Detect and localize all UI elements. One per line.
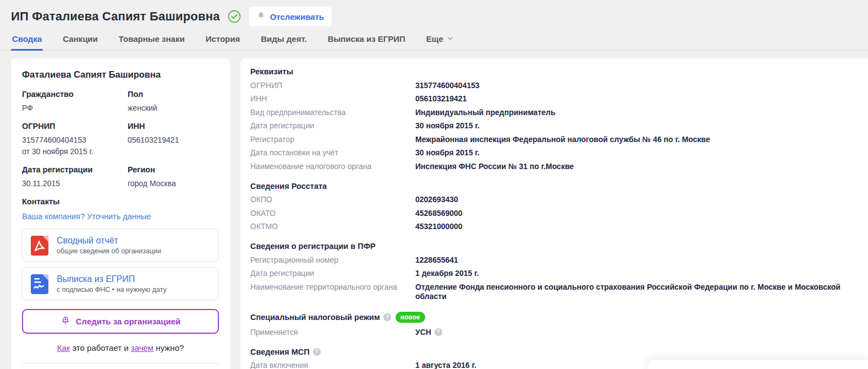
egrip-extract-card[interactable]: Выписка из ЕГРИП с подписью ФНС • на нуж…	[22, 267, 219, 300]
section-title-text: Сведения Росстата	[250, 182, 327, 191]
row-value: Инспекция ФНС России № 31 по г.Москве	[415, 162, 574, 172]
ogrnip-number: 315774600404153	[22, 134, 128, 145]
page: ИП Фаталиева Сапият Башировна Отслеживат…	[0, 0, 868, 369]
content-area: Фаталиева Сапият Башировна Гражданство Р…	[0, 51, 868, 369]
row-label: ОКПО	[250, 195, 415, 205]
report-text: Сводный отчёт общие сведения об организа…	[57, 236, 161, 255]
person-name: Фаталиева Сапият Башировна	[22, 69, 219, 80]
tab-bar: Сводка Санкции Товарные знаки История Ви…	[0, 30, 868, 51]
row-label: Наименование налогового органа	[250, 162, 415, 172]
why-link[interactable]: зачем	[131, 343, 153, 352]
detail-row: ОКТМО45321000000	[250, 220, 857, 234]
field-value: 315774600404153 от 30 ноября 2015 г.	[22, 134, 128, 157]
field-row: Гражданство РФ Пол женский	[22, 90, 219, 113]
verified-check-icon	[228, 10, 241, 23]
update-company-data-link[interactable]: Ваша компания? Уточнить данные	[22, 212, 151, 221]
detail-row: Наименование налогового органаИнспекция …	[250, 160, 857, 173]
tab-label: Виды деят.	[261, 34, 306, 44]
row-label: ОГРНИП	[250, 81, 415, 91]
detail-row: РегистраторМежрайонная инспекция Федерал…	[250, 133, 857, 146]
row-label: ОКТМО	[250, 222, 415, 232]
detail-row: Дата постановки на учёт30 ноября 2015 г.	[250, 146, 857, 160]
help-icon[interactable]: ?	[313, 348, 321, 356]
detail-row: ОГРНИП315774600404153	[250, 79, 857, 93]
tab-vypiska-egrip[interactable]: Выписка из ЕГРИП	[327, 30, 406, 50]
tab-more[interactable]: Еще	[425, 30, 455, 50]
profile-card: Фаталиева Сапият Башировна Гражданство Р…	[11, 58, 230, 369]
row-value: 1 августа 2016 г.	[415, 361, 476, 369]
field-ogrnip: ОГРНИП 315774600404153 от 30 ноября 2015…	[22, 122, 128, 157]
ogrnip-date: от 30 ноября 2015 г.	[22, 146, 128, 157]
row-label: ИНН	[250, 94, 415, 104]
field-reg-date: Дата регистрации 30.11.2015	[22, 165, 128, 189]
field-label: Пол	[128, 90, 219, 99]
report-text: Выписка из ЕГРИП с подписью ФНС • на нуж…	[57, 274, 167, 294]
section-title: Специальный налоговый режим ? новое	[250, 312, 857, 323]
egrip-doc-icon	[30, 273, 49, 295]
follow-button[interactable]: Отслеживать	[249, 7, 332, 26]
how-link[interactable]: Как	[57, 343, 70, 352]
row-value: 45268569000	[415, 209, 463, 219]
page-title: ИП Фаталиева Сапият Башировна	[11, 9, 220, 24]
tab-sankcii[interactable]: Санкции	[62, 30, 99, 50]
row-label: Регистратор	[250, 135, 415, 145]
field-label: Дата регистрации	[22, 165, 128, 174]
bell-icon	[256, 11, 266, 22]
row-value: 1228655641	[415, 256, 458, 265]
section-title: Реквизиты	[250, 67, 857, 76]
row-label: Дата регистрации	[250, 269, 415, 279]
row-label: ОКАТО	[250, 209, 415, 219]
tab-label: Еще	[426, 34, 443, 44]
field-value: 30.11.2015	[22, 178, 128, 189]
section-rekvizity: Реквизиты ОГРНИП315774600404153 ИНН05610…	[250, 67, 857, 173]
tab-istoriya[interactable]: История	[205, 30, 241, 50]
row-value: Индивидуальный предприниматель	[415, 108, 556, 118]
report-title[interactable]: Выписка из ЕГРИП	[57, 274, 167, 284]
help-icon[interactable]: ?	[383, 313, 391, 321]
tab-label: Товарные знаки	[119, 34, 185, 44]
row-value: 1 декабря 2015 г.	[415, 269, 479, 279]
field-label: Регион	[128, 165, 219, 174]
section-pfr: Сведения о регистрации в ПФР Регистрацио…	[250, 242, 857, 303]
help-icon[interactable]: ?	[435, 328, 442, 336]
row-value: Отделение Фонда пенсионного и социальног…	[415, 283, 857, 302]
tab-svodka[interactable]: Сводка	[11, 30, 43, 50]
row-label: Вид предпринимательства	[250, 108, 415, 118]
detail-row: Дата регистрации30 ноября 2015 г.	[250, 120, 857, 133]
report-title[interactable]: Сводный отчёт	[57, 236, 161, 246]
field-citizenship: Гражданство РФ	[22, 90, 128, 113]
how-it-works-line: Как это работает и зачем нужно?	[22, 343, 219, 352]
section-title-text: Реквизиты	[250, 67, 293, 76]
floating-widget-panel[interactable]	[647, 360, 868, 369]
chevron-down-icon	[447, 34, 454, 44]
section-title: Сведения о регистрации в ПФР	[250, 242, 857, 251]
detail-row: ОКАТО45268569000	[250, 207, 857, 220]
row-label: Регистрационный номер	[250, 256, 415, 265]
detail-row: ИНН056103219421	[250, 93, 857, 106]
field-value: 056103219421	[128, 134, 219, 145]
row-value: 45321000000	[415, 222, 463, 232]
tab-label: Санкции	[63, 34, 98, 44]
tab-vidy-deyat[interactable]: Виды деят.	[260, 30, 307, 50]
field-row: ОГРНИП 315774600404153 от 30 ноября 2015…	[22, 122, 219, 157]
row-value: 0202693430	[415, 195, 458, 205]
summary-report-card[interactable]: Сводный отчёт общие сведения об организа…	[22, 229, 219, 262]
section-title: Сведения МСП ?	[250, 348, 857, 356]
how-text-end: нужно?	[153, 343, 184, 352]
row-label: Дата регистрации	[250, 121, 415, 131]
detail-row: Регистрационный номер1228655641	[250, 253, 857, 267]
section-rosstat: Сведения Росстата ОКПО0202693430 ОКАТО45…	[250, 182, 857, 234]
follow-organization-button[interactable]: Следить за организацией	[22, 309, 219, 334]
detail-row: ОКПО0202693430	[250, 193, 857, 207]
section-title: Сведения Росстата	[250, 182, 857, 191]
field-label: ИНН	[128, 122, 219, 131]
field-value: женский	[128, 102, 219, 113]
report-subtitle: с подписью ФНС • на нужную дату	[57, 286, 167, 294]
row-value: 056103219421	[415, 94, 466, 104]
divider	[22, 363, 219, 363]
detail-row: Применяется УСН ?	[250, 325, 857, 339]
field-gender: Пол женский	[128, 90, 219, 113]
section-title-text: Специальный налоговый режим	[250, 313, 380, 322]
tab-tovarnye-znaki[interactable]: Товарные знаки	[118, 30, 186, 50]
row-label: Наименование территориального органа	[250, 283, 415, 302]
